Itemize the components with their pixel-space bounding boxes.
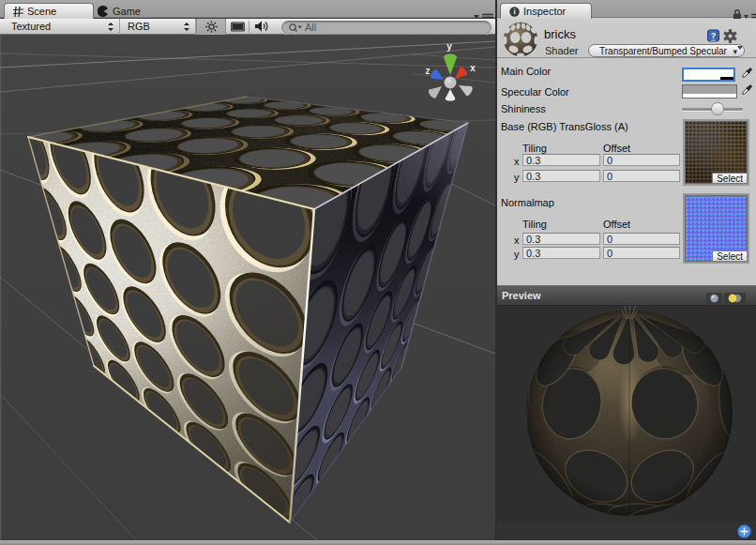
svg-text:x: x	[470, 63, 476, 73]
svg-text:y: y	[446, 41, 452, 52]
svg-text:z: z	[426, 66, 431, 76]
svg-text:?: ?	[711, 31, 717, 40]
